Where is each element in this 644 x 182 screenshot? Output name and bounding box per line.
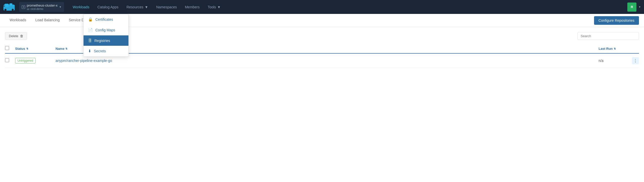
trash-icon: 🗑 bbox=[20, 34, 23, 38]
row-actions-button[interactable]: ⋮ bbox=[632, 57, 639, 64]
nav-item-members[interactable]: Members bbox=[181, 3, 203, 11]
resources-dropdown-menu: 🔒 Certificates 📄 Config Maps 🗄 Registrie… bbox=[83, 14, 129, 57]
user-avatar[interactable]: R bbox=[627, 3, 636, 12]
status-column-label: Status bbox=[15, 47, 25, 51]
delete-button[interactable]: Delete 🗑 bbox=[5, 32, 27, 40]
resources-chevron-icon: ▼ bbox=[145, 5, 148, 9]
cluster-icon: ⊞ bbox=[22, 5, 25, 9]
row-checkbox-cell bbox=[5, 58, 15, 63]
nav-items: Workloads Catalog Apps Resources ▼ Names… bbox=[69, 3, 627, 11]
svg-rect-1 bbox=[5, 4, 9, 7]
status-sort-icon: ⇅ bbox=[26, 47, 28, 50]
sub-nav-workloads[interactable]: Workloads bbox=[5, 14, 31, 26]
nav-item-tools[interactable]: Tools ▼ bbox=[204, 3, 224, 11]
status-badge: Untriggered bbox=[15, 58, 36, 63]
last-run-column-label: Last Run bbox=[599, 47, 613, 51]
cluster-chevron-icon: ▼ bbox=[59, 6, 62, 8]
cluster-name: prometheus-cluster-x bbox=[27, 4, 58, 7]
last-run-value: n/a bbox=[599, 59, 632, 63]
nav-item-catalog-apps[interactable]: Catalog Apps bbox=[94, 3, 122, 11]
name-sort-icon: ⇅ bbox=[65, 47, 67, 50]
certificates-icon: 🔒 bbox=[88, 17, 93, 22]
svg-rect-5 bbox=[13, 5, 15, 6]
row-last-run-cell: n/a ⋮ bbox=[599, 57, 639, 64]
svg-point-4 bbox=[12, 9, 14, 11]
select-all-checkbox[interactable] bbox=[5, 46, 9, 50]
name-column-header[interactable]: Name ⇅ bbox=[56, 47, 599, 51]
pipeline-link[interactable]: anypm/rancher-pipeline-example-go bbox=[56, 59, 112, 63]
registries-icon: 🗄 bbox=[88, 38, 92, 43]
rancher-logo bbox=[3, 3, 15, 12]
certificates-label: Certificates bbox=[95, 17, 113, 21]
dropdown-item-certificates[interactable]: 🔒 Certificates bbox=[84, 14, 128, 25]
navbar-right: R ▼ bbox=[627, 3, 641, 12]
tools-chevron-icon: ▼ bbox=[217, 5, 221, 9]
cluster-selector[interactable]: ⊞ prometheus-cluster-x 🗂 cicd-demo ▼ bbox=[19, 2, 64, 12]
svg-rect-2 bbox=[10, 3, 12, 6]
search-input[interactable] bbox=[577, 32, 639, 40]
cluster-project: 🗂 cicd-demo bbox=[27, 7, 58, 10]
dropdown-item-registries[interactable]: 🗄 Registries bbox=[84, 35, 128, 46]
user-menu-chevron-icon[interactable]: ▼ bbox=[638, 6, 641, 8]
svg-rect-6 bbox=[4, 6, 5, 6]
sub-nav-load-balancing[interactable]: Load Balancing bbox=[31, 14, 64, 26]
dropdown-item-secrets[interactable]: ⬇ Secrets bbox=[84, 46, 128, 56]
cluster-info: prometheus-cluster-x 🗂 cicd-demo bbox=[27, 4, 58, 10]
configure-repositories-button[interactable]: Configure Repositories bbox=[594, 16, 639, 25]
row-checkbox[interactable] bbox=[5, 58, 9, 62]
brand-logo-area[interactable] bbox=[3, 3, 15, 12]
last-run-column-header[interactable]: Last Run ⇅ bbox=[599, 47, 639, 51]
secrets-icon: ⬇ bbox=[88, 49, 91, 53]
user-avatar-letter: R bbox=[631, 5, 633, 9]
nav-item-workloads[interactable]: Workloads bbox=[69, 3, 93, 11]
config-maps-label: Config Maps bbox=[95, 28, 115, 32]
dropdown-item-config-maps[interactable]: 📄 Config Maps bbox=[84, 25, 128, 35]
name-column-label: Name bbox=[56, 47, 64, 51]
sub-nav-right: Configure Repositories bbox=[594, 16, 639, 25]
top-navbar: ⊞ prometheus-cluster-x 🗂 cicd-demo ▼ Wor… bbox=[0, 0, 644, 14]
status-column-header[interactable]: Status ⇅ bbox=[15, 47, 56, 51]
row-status-cell: Untriggered bbox=[15, 58, 56, 63]
last-run-sort-icon: ⇅ bbox=[614, 47, 616, 50]
svg-point-3 bbox=[5, 9, 7, 11]
select-all-checkbox-cell bbox=[5, 46, 15, 51]
project-icon: 🗂 bbox=[27, 7, 30, 10]
secrets-label: Secrets bbox=[94, 49, 106, 53]
nav-item-namespaces[interactable]: Namespaces bbox=[153, 3, 180, 11]
delete-label: Delete bbox=[9, 34, 18, 38]
row-name-cell: anypm/rancher-pipeline-example-go bbox=[56, 58, 599, 63]
nav-item-resources[interactable]: Resources ▼ bbox=[123, 3, 152, 11]
registries-label: Registries bbox=[94, 39, 110, 43]
config-maps-icon: 📄 bbox=[88, 28, 93, 32]
